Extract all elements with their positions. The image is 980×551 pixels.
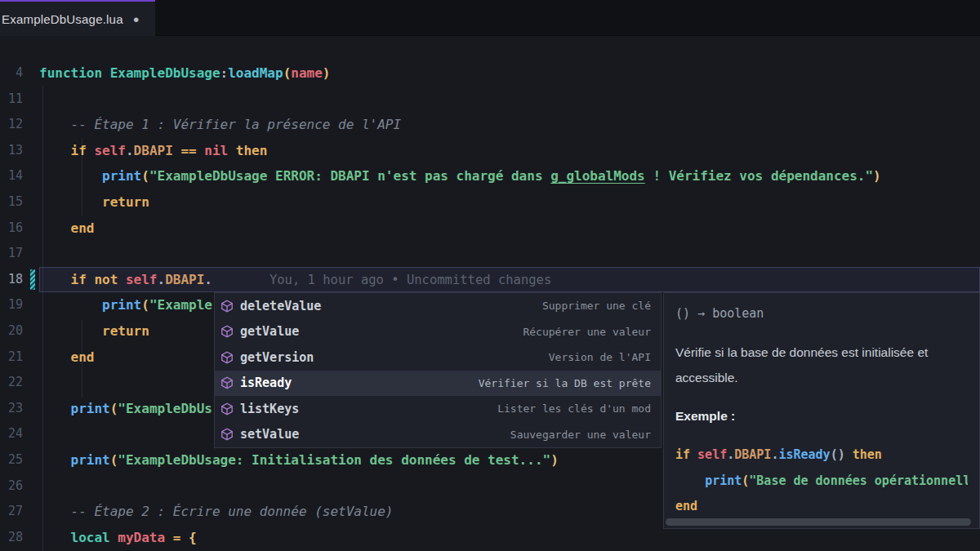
suggest-item-isReady[interactable]: isReadyVérifier si la DB est prête <box>215 371 661 397</box>
line-number[interactable]: 14 <box>0 163 23 189</box>
gutter[interactable] <box>23 112 39 138</box>
code-token <box>39 194 102 210</box>
code-text[interactable]: -- Étape 1 : Vérifier la présence de l'A… <box>39 112 980 138</box>
tab-bar: ExampleDbUsage.lua ● <box>0 0 980 36</box>
suggest-item-getValue[interactable]: getValueRécupérer une valeur <box>215 319 661 345</box>
gutter[interactable] <box>23 473 39 500</box>
code-token: self <box>126 272 158 287</box>
line-number[interactable]: 12 <box>0 112 23 138</box>
code-line-17[interactable]: 17 <box>0 241 980 267</box>
gutter[interactable] <box>23 189 39 216</box>
method-description: Vérifie si la base de données est initia… <box>675 340 968 390</box>
line-number[interactable]: 24 <box>0 421 23 447</box>
gutter[interactable] <box>23 216 39 242</box>
code-line-16[interactable]: 16 end <box>0 216 980 242</box>
code-token: -- Étape 1 : Vérifier la présence de l'A… <box>39 117 401 132</box>
code-line-4[interactable]: 4function ExampleDbUsage:loadMap(name) <box>0 60 980 87</box>
git-blame-annotation: You, 1 hour ago • Uncommitted changes <box>212 273 551 287</box>
line-number[interactable]: 21 <box>0 344 23 371</box>
code-token: "Example <box>149 297 212 313</box>
line-number[interactable]: 28 <box>0 525 23 551</box>
gutter[interactable] <box>23 421 39 447</box>
code-text[interactable] <box>39 241 980 267</box>
gutter[interactable] <box>23 267 39 293</box>
line-number[interactable]: 11 <box>0 87 23 113</box>
line-number[interactable]: 27 <box>0 499 23 525</box>
gutter[interactable] <box>23 241 39 267</box>
code-text[interactable] <box>39 87 980 113</box>
line-number[interactable]: 17 <box>0 241 23 267</box>
example-code-block: if self.DBAPI.isReady() then print("Base… <box>675 442 968 520</box>
code-token: ) <box>873 168 881 184</box>
code-token: return <box>102 323 149 339</box>
modified-change-indicator[interactable] <box>30 269 35 291</box>
code-text[interactable]: return <box>39 189 980 216</box>
suggest-item-setValue[interactable]: setValueSauvegarder une valeur <box>215 422 661 448</box>
example-code-line: print("Base de données opérationnelle !"… <box>675 469 968 495</box>
suggest-label: deleteValue <box>240 299 321 313</box>
code-token: if not <box>71 272 126 287</box>
gutter[interactable] <box>23 396 39 422</box>
suggest-item-getVersion[interactable]: getVersionVersion de l'API <box>215 344 661 371</box>
line-number[interactable]: 22 <box>0 370 23 396</box>
code-text[interactable]: end <box>39 216 980 242</box>
code-token: ( <box>110 452 118 468</box>
code-token: function <box>39 65 110 81</box>
gutter[interactable] <box>23 318 39 344</box>
line-number[interactable]: 23 <box>0 396 23 422</box>
gutter[interactable] <box>23 292 39 318</box>
code-token: DBAPI <box>734 447 771 462</box>
line-number[interactable]: 13 <box>0 138 23 164</box>
line-number[interactable]: 18 <box>0 267 23 293</box>
suggest-item-deleteValue[interactable]: deleteValueSupprimer une clé <box>215 293 661 319</box>
line-number[interactable]: 25 <box>0 447 23 473</box>
horizontal-scrollbar[interactable] <box>666 518 971 526</box>
code-token: DBAPI <box>134 143 173 158</box>
suggest-detail: Version de l'API <box>549 351 651 363</box>
code-line-14[interactable]: 14 print("ExampleDbUsage ERROR: DBAPI n'… <box>0 163 980 189</box>
method-icon <box>220 350 234 365</box>
code-text[interactable]: if self.DBAPI == nil then <box>39 138 980 164</box>
tab-exampledbusage[interactable]: ExampleDbUsage.lua ● <box>0 0 155 36</box>
code-line-12[interactable]: 12 -- Étape 1 : Vérifier la présence de … <box>0 112 980 138</box>
line-number[interactable]: 20 <box>0 318 23 344</box>
code-text[interactable]: function ExampleDbUsage:loadMap(name) <box>39 60 980 87</box>
gutter[interactable] <box>23 447 39 473</box>
suggestion-docs-panel: () → boolean Vérifie si la base de donné… <box>663 292 980 529</box>
code-token: loadMap <box>228 65 283 81</box>
code-line-11[interactable]: 11 <box>0 87 980 113</box>
line-number[interactable]: 15 <box>0 189 23 216</box>
code-text[interactable]: print("ExampleDbUsage ERROR: DBAPI n'est… <box>39 163 980 189</box>
gutter[interactable] <box>23 87 39 113</box>
code-token: isReady <box>778 447 830 462</box>
modified-dot-icon[interactable]: ● <box>133 13 140 25</box>
gutter[interactable] <box>23 60 39 87</box>
gutter[interactable] <box>23 370 39 396</box>
gutter[interactable] <box>23 525 39 551</box>
gutter[interactable] <box>23 163 39 189</box>
gutter[interactable] <box>23 138 39 164</box>
gutter[interactable] <box>23 344 39 371</box>
line-number[interactable]: 16 <box>0 216 23 242</box>
line-number[interactable]: 4 <box>0 60 23 87</box>
code-token: myData <box>118 530 165 545</box>
suggest-detail: Sauvegarder une valeur <box>510 429 651 441</box>
suggest-detail: Vérifier si la DB est prête <box>479 377 651 389</box>
suggest-label: getVersion <box>240 350 314 365</box>
line-number[interactable]: 26 <box>0 473 23 500</box>
code-token: ) <box>323 65 331 81</box>
gutter[interactable] <box>23 499 39 525</box>
code-line-13[interactable]: 13 if self.DBAPI == nil then <box>0 138 980 164</box>
code-token: () <box>831 447 845 462</box>
code-token: ) <box>550 452 559 468</box>
line-number[interactable]: 19 <box>0 292 23 318</box>
code-token: print <box>102 297 141 313</box>
suggest-item-listKeys[interactable]: listKeysLister les clés d'un mod <box>215 396 661 422</box>
code-text[interactable]: if not self.DBAPI.You, 1 hour ago • Unco… <box>39 267 980 293</box>
code-token <box>675 473 705 488</box>
code-token: { <box>189 530 197 545</box>
code-token: if <box>675 447 697 462</box>
code-line-18[interactable]: 18 if not self.DBAPI.You, 1 hour ago • U… <box>0 267 980 293</box>
code-line-15[interactable]: 15 return <box>0 189 980 216</box>
code-token: -- Étape 2 : Écrire une donnée (setValue… <box>39 504 393 519</box>
